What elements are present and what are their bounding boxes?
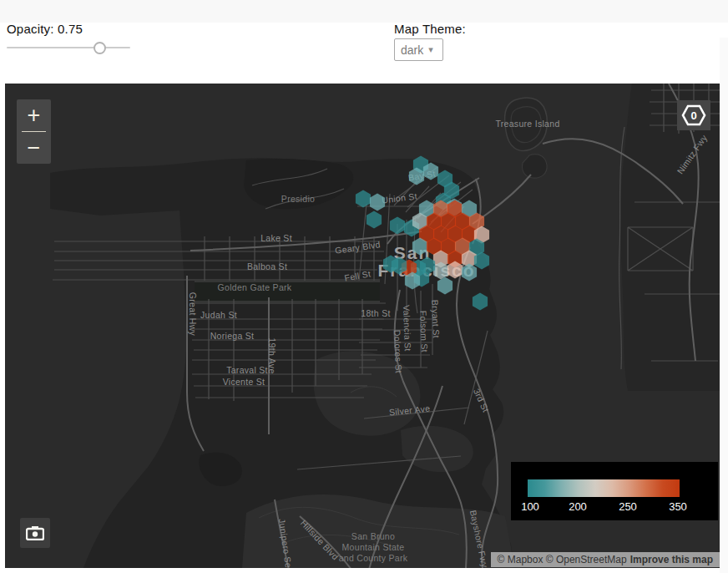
map-theme-dropdown[interactable]: dark ▾ [394, 38, 443, 61]
opacity-label: Opacity: 0.75 [7, 22, 83, 36]
map-label: and County Park [339, 553, 408, 563]
zoom-out-button[interactable]: − [17, 132, 51, 164]
opacity-slider-track[interactable] [7, 47, 130, 48]
map-attribution: © Mapbox © OpenStreetMap Improve this ma… [491, 552, 720, 567]
legend-tick: 350 [669, 500, 687, 513]
map-label: Folsom St [418, 311, 430, 352]
legend-gradient [528, 479, 680, 497]
map-label: Vicente St [223, 377, 265, 387]
chevron-down-icon: ▾ [428, 45, 433, 54]
controls-row: Opacity: 0.75 Map Theme: dark ▾ [0, 0, 728, 84]
map-theme-label: Map Theme: [394, 22, 466, 36]
map-label: San Bruno [351, 531, 395, 541]
attribution-text: © Mapbox © OpenStreetMap [498, 554, 627, 565]
improve-map-link[interactable]: Improve this map [630, 554, 713, 565]
map-label: Noriega St [210, 331, 255, 341]
legend-ticks: 100 200 250 350 [511, 500, 718, 515]
map-label: Lake St [260, 233, 292, 243]
camera-icon [26, 525, 44, 540]
opacity-slider[interactable] [7, 42, 130, 54]
opacity-slider-handle[interactable] [94, 42, 106, 54]
right-strip [720, 38, 728, 573]
map-label: Balboa St [247, 261, 287, 271]
map-label: Treasure Island [495, 119, 559, 129]
map-theme-selected-value: dark [401, 43, 423, 57]
map-label: Presidio [281, 194, 315, 204]
legend-tick: 200 [569, 500, 587, 513]
hex-overlay-count: 0 [690, 109, 696, 122]
map-label: Bryant St [430, 300, 442, 338]
legend-tick: 250 [619, 500, 637, 513]
legend-tick: 100 [521, 500, 539, 513]
map-zoom-control: + − [17, 99, 51, 164]
snapshot-button[interactable] [20, 518, 50, 548]
map-label: Great Hwy [188, 292, 198, 337]
map-label: 18th St [361, 308, 390, 318]
map-label: Dolores St [392, 330, 404, 373]
hex-overlay-button[interactable]: 0 [677, 100, 710, 130]
map-label: 19th Ave [267, 337, 277, 373]
hexagon-icon: 0 [681, 104, 706, 127]
map-label: Judah St [200, 310, 237, 320]
zoom-in-button[interactable]: + [17, 99, 51, 131]
app-page: Opacity: 0.75 Map Theme: dark ▾ [0, 0, 728, 573]
colorbar-legend: 100 200 250 350 [511, 462, 718, 520]
map-label: Golden Gate Park [218, 282, 292, 292]
map-label: Mountain State [342, 542, 405, 552]
map-label: Taraval St [226, 365, 268, 375]
map-canvas[interactable]: Treasure IslandBay StUnion StPresidioLak… [5, 84, 720, 568]
